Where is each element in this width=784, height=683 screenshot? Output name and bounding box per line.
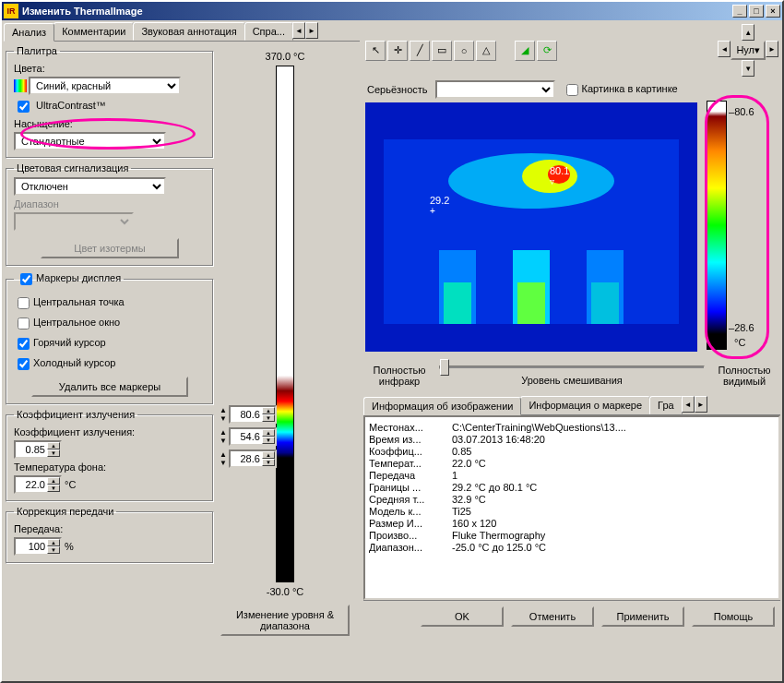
info-tab-prev-icon[interactable]: ◄ <box>682 396 695 413</box>
thermal-image[interactable]: 80.1▿ 29.2+ <box>365 102 697 352</box>
markers-group: Маркеры дисплея Центральная точка Центра… <box>6 270 214 405</box>
blend-left-label: Полностью инфракр <box>367 365 432 387</box>
tab-marker-info[interactable]: Информация о маркере <box>520 396 650 414</box>
tab-comments[interactable]: Комментарии <box>53 22 134 41</box>
blend-label: Уровень смешивания <box>432 375 712 386</box>
cold-marker-label: 29.2+ <box>430 195 449 216</box>
info-row: Размер И...160 x 120 <box>369 518 775 529</box>
scale-min: -30.0 °C <box>216 586 354 597</box>
scale-mid-spinner[interactable]: ▲▼ <box>229 427 277 446</box>
right-toolbar: ↖ ✛ ╱ ▭ ○ △ ◢ ⟳ ▲ ◄ Нул▾ ► ▼ <box>363 22 780 78</box>
info-row: Модель к...Ti25 <box>369 506 775 517</box>
info-row: Время из...03.07.2013 16:48:20 <box>369 434 775 445</box>
zoom-reset-button[interactable]: Нул▾ <box>731 41 766 60</box>
scale-high-spinner[interactable]: ▲▼ <box>229 405 277 424</box>
tab-next-icon[interactable]: ► <box>305 22 318 39</box>
info-row: Местонах...C:\CenterTraining\WebQuestion… <box>369 422 775 433</box>
scale-max: 370.0 °C <box>216 51 354 62</box>
palette-legend: Палитра <box>14 45 60 56</box>
saturation-select[interactable]: Стандартные <box>14 132 166 150</box>
right-scale-max: –80.6 <box>729 106 754 117</box>
info-row: Диапазон...-25.0 °C до 125.0 °C <box>369 542 775 553</box>
polygon-tool-icon[interactable]: △ <box>476 41 496 61</box>
rect-tool-icon[interactable]: ▭ <box>432 41 452 61</box>
palette-swatch-icon <box>14 79 27 92</box>
info-tabs: Информация об изображении Информация о м… <box>363 396 780 415</box>
right-scale-min: –28.6 <box>729 322 754 333</box>
tab-audio[interactable]: Звуковая аннотация <box>133 22 244 41</box>
svg-rect-8 <box>444 282 471 324</box>
colors-label: Цвета: <box>14 63 206 74</box>
delete-markers-button[interactable]: Удалить все маркеры <box>31 377 188 397</box>
dialog-footer: OK Отменить Применить Помощь <box>363 600 780 632</box>
image-info-list[interactable]: Местонах...C:\CenterTraining\WebQuestion… <box>363 415 780 600</box>
nav-up-icon[interactable]: ▲ <box>742 24 754 41</box>
colorsig-group: Цветовая сигнализация Отключен Диапазон … <box>6 162 214 267</box>
right-colorbar <box>707 101 727 350</box>
palette-group: Палитра Цвета: Синий, красный UltraContr… <box>6 45 214 159</box>
isotherm-color-button: Цвет изотермы <box>41 238 179 258</box>
info-row: Средняя т...32.9 °C <box>369 494 775 505</box>
scale-low-spinner[interactable]: ▲▼ <box>229 449 277 468</box>
tab-image-info[interactable]: Информация об изображении <box>363 397 521 415</box>
titlebar: IR Изменить ThermalImage _ □ × <box>2 2 782 20</box>
info-row: Коэффиц...0.85 <box>369 446 775 457</box>
ok-button[interactable]: OK <box>421 606 504 627</box>
bg-temp-spinner[interactable]: ▲▼ <box>14 475 62 494</box>
tab-prev-icon[interactable]: ◄ <box>292 22 305 39</box>
apply-button[interactable]: Применить <box>601 606 684 627</box>
colors-select[interactable]: Синий, красный <box>29 77 181 95</box>
close-button[interactable]: × <box>766 5 780 18</box>
markers-enable-checkbox[interactable] <box>20 273 32 285</box>
window-title: Изменить ThermalImage <box>22 6 143 17</box>
center-window-checkbox[interactable] <box>18 318 30 330</box>
help-button[interactable]: Помощь <box>692 606 775 627</box>
pointer-tool-icon[interactable]: ↖ <box>365 41 386 61</box>
info-row: Произво...Fluke Thermography <box>369 530 775 541</box>
tab-analysis[interactable]: Анализ <box>4 23 54 42</box>
info-tab-next-icon[interactable]: ► <box>695 396 707 413</box>
hot-cursor-checkbox[interactable] <box>18 338 30 350</box>
circle-tool-icon[interactable]: ○ <box>454 41 474 61</box>
blend-slider[interactable] <box>439 365 705 369</box>
blend-right-label: Полностью видимый <box>712 365 777 387</box>
line-tool-icon[interactable]: ╱ <box>410 41 430 61</box>
crosshair-tool-icon[interactable]: ✛ <box>387 41 408 61</box>
svg-rect-10 <box>591 282 619 324</box>
nav-left-icon[interactable]: ◄ <box>718 41 731 57</box>
nav-down-icon[interactable]: ▼ <box>742 60 754 77</box>
nav-right-icon[interactable]: ► <box>766 41 778 57</box>
range-label: Диапазон <box>14 198 206 210</box>
right-scale-unit: °C <box>734 337 745 348</box>
tab-graph[interactable]: Гра <box>649 396 683 414</box>
range-select <box>14 212 134 231</box>
info-row: Границы ...29.2 °C до 80.1 °C <box>369 482 775 493</box>
central-colorbar <box>276 66 294 582</box>
maximize-button[interactable]: □ <box>749 5 764 18</box>
ultracontrast-checkbox[interactable] <box>18 101 30 113</box>
tab-help[interactable]: Спра... <box>244 22 293 41</box>
severity-label: Серьёзность <box>367 84 428 95</box>
saturation-label: Насыщение: <box>14 118 206 129</box>
emissivity-group: Коэффициент излучения Коэффициент излуче… <box>6 409 214 502</box>
svg-rect-9 <box>517 282 545 324</box>
cold-cursor-checkbox[interactable] <box>18 358 30 370</box>
hot-marker-label: 80.1▿ <box>550 165 569 186</box>
colorsig-select[interactable]: Отключен <box>14 177 166 196</box>
cancel-button[interactable]: Отменить <box>511 606 594 627</box>
minimize-button[interactable]: _ <box>732 5 747 18</box>
center-point-checkbox[interactable] <box>18 297 30 309</box>
tool-a-icon[interactable]: ◢ <box>515 41 535 61</box>
ultracontrast-checkbox-row[interactable]: UltraContrast™ <box>14 98 206 115</box>
severity-select[interactable] <box>435 80 555 99</box>
pip-checkbox[interactable] <box>566 84 578 96</box>
transmission-spinner[interactable]: ▲▼ <box>14 537 62 556</box>
change-level-button[interactable]: Изменение уровня & диапазона <box>220 605 350 636</box>
transmission-group: Коррекция передачи Передача: ▲▼ % <box>6 506 214 564</box>
info-row: Передача1 <box>369 470 775 481</box>
info-row: Температ...22.0 °C <box>369 458 775 469</box>
left-tabs: Анализ Комментарии Звуковая аннотация Сп… <box>4 22 360 42</box>
app-icon: IR <box>4 4 18 18</box>
tool-b-icon[interactable]: ⟳ <box>537 41 557 61</box>
emissivity-spinner[interactable]: ▲▼ <box>14 440 62 459</box>
